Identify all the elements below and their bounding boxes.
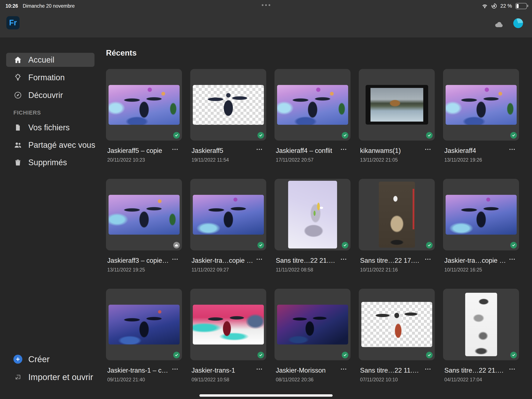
- file-title: Jaskier-trans-1: [191, 367, 235, 374]
- import-open-button[interactable]: Importer et ouvrir: [6, 370, 95, 384]
- sync-status-badge: [510, 132, 517, 139]
- file-date: 11/11/2022 09:27: [190, 267, 266, 273]
- sidebar-section-fichiers: FICHIERS: [13, 109, 41, 116]
- more-options-button[interactable]: [171, 257, 179, 260]
- thumbnail-image: [193, 305, 264, 345]
- file-title: Sans titre…22 21.03.45: [444, 367, 506, 374]
- document-icon: [13, 123, 22, 132]
- file-title: Jaskieraff3 – copie (1): [107, 257, 169, 264]
- file-grid: Jaskieraff5 – copie 20/11/2022 10:23 Jas…: [106, 69, 519, 399]
- more-options-button[interactable]: [255, 257, 263, 260]
- sidebar-item-label: Accueil: [28, 55, 55, 64]
- file-card[interactable]: Jaskier-tra…copie (2) 11/11/2022 09:27: [190, 179, 266, 289]
- more-options-button[interactable]: [340, 257, 348, 260]
- file-thumbnail[interactable]: [190, 179, 266, 250]
- file-title: Jaskier-tra…copie (1): [444, 257, 506, 264]
- more-options-button[interactable]: [255, 147, 263, 150]
- sync-status-badge: [258, 352, 264, 358]
- more-options-button[interactable]: [424, 147, 432, 150]
- file-thumbnail[interactable]: [359, 179, 435, 250]
- file-card[interactable]: Jaskier-Morisson 08/11/2022 20:36: [274, 289, 350, 399]
- more-options-button[interactable]: [508, 367, 516, 370]
- more-options-button[interactable]: [508, 147, 516, 150]
- file-title: Jaskier-trans-1 – copie: [107, 367, 169, 374]
- file-card[interactable]: Jaskieraff3 – copie (1) 13/11/2022 19:25: [106, 179, 182, 289]
- more-options-button[interactable]: [171, 147, 179, 150]
- sync-status-badge: [510, 352, 517, 358]
- file-title: Jaskieraff4: [444, 147, 476, 154]
- file-card[interactable]: Sans titre…22 11.46.00 07/11/2022 10:10: [359, 289, 435, 399]
- file-thumbnail[interactable]: [190, 289, 266, 360]
- file-thumbnail[interactable]: [106, 179, 182, 250]
- sidebar-item-supprimes[interactable]: Supprimés: [6, 155, 95, 169]
- file-card[interactable]: Sans titre…22 17.55.58 10/11/2022 21:16: [359, 179, 435, 289]
- sidebar-item-partage[interactable]: Partagé avec vous: [6, 138, 95, 152]
- status-time: 10:26: [6, 3, 18, 9]
- lightbulb-icon: [13, 73, 22, 82]
- create-button[interactable]: Créer: [6, 352, 95, 366]
- sidebar-item-decouvrir[interactable]: Découvrir: [6, 88, 95, 102]
- sidebar-item-vos-fichiers[interactable]: Vos fichiers: [6, 121, 95, 135]
- file-date: 13/11/2022 19:25: [106, 267, 182, 273]
- file-thumbnail[interactable]: [359, 69, 435, 141]
- file-thumbnail[interactable]: [106, 69, 182, 141]
- file-title: Sans titre…22 17.55.58: [360, 257, 422, 264]
- sidebar-item-label: Partagé avec vous: [28, 141, 95, 150]
- file-card[interactable]: Jaskier-trans-1 – copie 09/11/2022 21:40: [106, 289, 182, 399]
- file-title: Jaskier-tra…copie (2): [191, 257, 253, 264]
- thumbnail-image: [446, 195, 517, 235]
- app-header: 10:26 Dimanche 20 novembre 22 % Fr: [0, 0, 532, 38]
- file-card[interactable]: Sans titre…22 21.18.15 11/11/2022 08:58: [274, 179, 350, 289]
- file-thumbnail[interactable]: [443, 289, 519, 360]
- file-thumbnail[interactable]: [190, 69, 266, 141]
- more-options-button[interactable]: [171, 367, 179, 370]
- multitasking-handle-icon[interactable]: [262, 4, 270, 6]
- home-indicator[interactable]: [199, 394, 333, 397]
- file-title: Jaskier-Morisson: [276, 367, 326, 374]
- sidebar-item-label: Formation: [28, 73, 65, 82]
- more-options-button[interactable]: [508, 257, 516, 260]
- thumbnail-image: [379, 182, 415, 248]
- trash-icon: [13, 158, 22, 167]
- create-label: Créer: [28, 354, 50, 364]
- more-options-button[interactable]: [340, 147, 348, 150]
- sidebar-item-label: Vos fichiers: [28, 123, 70, 132]
- file-card[interactable]: Jaskieraff4 13/11/2022 19:26: [443, 69, 519, 179]
- file-thumbnail[interactable]: [106, 289, 182, 360]
- file-thumbnail[interactable]: [274, 289, 350, 360]
- file-date: 17/11/2022 20:57: [274, 157, 350, 163]
- sync-status-badge: [173, 242, 180, 248]
- file-card[interactable]: kikanwams(1) 13/11/2022 21:05: [359, 69, 435, 179]
- battery-percent: 22 %: [500, 3, 512, 9]
- home-icon: [13, 55, 22, 64]
- more-options-button[interactable]: [340, 367, 348, 370]
- sidebar-item-formation[interactable]: Formation: [6, 71, 95, 84]
- more-options-button[interactable]: [255, 367, 263, 370]
- plus-icon: [13, 355, 22, 364]
- thumbnail-image: [193, 85, 264, 125]
- file-card[interactable]: Sans titre…22 21.03.45 04/11/2022 17:04: [443, 289, 519, 399]
- file-card[interactable]: Jaskieraff5 19/11/2022 11:54: [190, 69, 266, 179]
- sync-status-badge: [426, 352, 433, 358]
- user-avatar[interactable]: [513, 18, 523, 28]
- file-thumbnail[interactable]: [443, 179, 519, 250]
- sync-status-badge: [510, 242, 517, 248]
- more-options-button[interactable]: [424, 367, 432, 370]
- orientation-lock-icon: [491, 3, 497, 9]
- file-date: 13/11/2022 21:05: [359, 157, 435, 163]
- file-thumbnail[interactable]: [359, 289, 435, 360]
- file-date: 07/11/2022 10:10: [359, 377, 435, 383]
- file-thumbnail[interactable]: [274, 69, 350, 141]
- sync-status-badge: [342, 132, 348, 139]
- file-thumbnail[interactable]: [274, 179, 350, 250]
- more-options-button[interactable]: [424, 257, 432, 260]
- file-card[interactable]: Jaskier-trans-1 09/11/2022 10:58: [190, 289, 266, 399]
- file-card[interactable]: Jaskieraff5 – copie 20/11/2022 10:23: [106, 69, 182, 179]
- people-icon: [13, 141, 22, 149]
- sidebar-item-accueil[interactable]: Accueil: [6, 53, 95, 67]
- file-card[interactable]: Jaskieraff4 – conflit 17/11/2022 20:57: [274, 69, 350, 179]
- file-card[interactable]: Jaskier-tra…copie (1) 10/11/2022 16:25: [443, 179, 519, 289]
- file-title: Jaskieraff4 – conflit: [276, 147, 332, 154]
- file-thumbnail[interactable]: [443, 69, 519, 141]
- cloud-sync-icon[interactable]: [494, 20, 504, 29]
